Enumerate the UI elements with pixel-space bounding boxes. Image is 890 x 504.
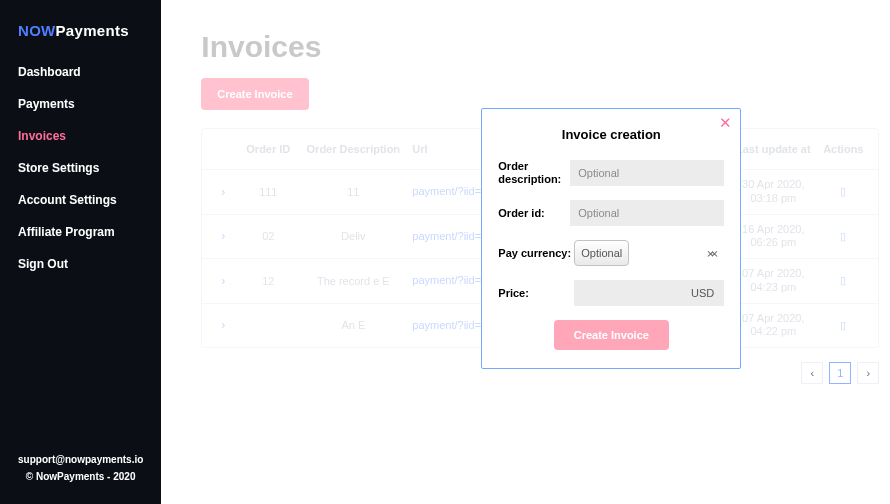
support-email[interactable]: support@nowpayments.io: [18, 454, 143, 465]
row-action[interactable]: ▯: [818, 230, 868, 243]
order-id-input[interactable]: [570, 200, 724, 226]
copyright: © NowPayments - 2020: [18, 471, 143, 482]
col-actions: Actions: [818, 143, 868, 155]
nav-account-settings[interactable]: Account Settings: [18, 193, 143, 207]
nav-store-settings[interactable]: Store Settings: [18, 161, 143, 175]
nav-sign-out[interactable]: Sign Out: [18, 257, 143, 271]
cell-order-id: 111: [238, 186, 298, 198]
page-next[interactable]: ›: [857, 362, 879, 384]
expand-icon[interactable]: ›: [208, 185, 238, 199]
price-input[interactable]: USD: [574, 280, 724, 306]
invoice-creation-modal: ✕ Invoice creation Order description: Or…: [481, 108, 741, 369]
main: Invoices Create Invoice Order ID Order D…: [161, 0, 890, 504]
col-updated: Last update at: [728, 143, 818, 155]
nav-dashboard[interactable]: Dashboard: [18, 65, 143, 79]
page-current[interactable]: 1: [829, 362, 851, 384]
cell-order-desc: The record e E: [298, 275, 408, 287]
sidebar: NOWPayments Dashboard Payments Invoices …: [0, 0, 161, 504]
nav: Dashboard Payments Invoices Store Settin…: [18, 65, 143, 271]
expand-icon[interactable]: ›: [208, 274, 238, 288]
order-description-input[interactable]: [570, 160, 724, 186]
row-action[interactable]: ▯: [818, 319, 868, 332]
page-title: Invoices: [201, 30, 879, 64]
cell-order-id: 02: [238, 230, 298, 242]
cell-order-desc: An E: [298, 319, 408, 331]
nav-payments[interactable]: Payments: [18, 97, 143, 111]
close-icon[interactable]: ✕: [719, 115, 732, 130]
page-prev[interactable]: ‹: [801, 362, 823, 384]
nav-invoices[interactable]: Invoices: [18, 129, 143, 143]
sidebar-footer: support@nowpayments.io © NowPayments - 2…: [18, 454, 143, 482]
brand-logo: NOWPayments: [18, 22, 143, 39]
brand-part-1: NOW: [18, 22, 56, 39]
row-action[interactable]: ▯: [818, 185, 868, 198]
col-order-id: Order ID: [238, 143, 298, 155]
brand-part-2: Payments: [56, 22, 129, 39]
expand-icon[interactable]: ›: [208, 229, 238, 243]
label-order-id: Order id:: [498, 207, 570, 220]
label-price: Price:: [498, 287, 574, 300]
cell-updated: 07 Apr 2020,04:23 pm: [728, 267, 818, 295]
modal-title: Invoice creation: [498, 127, 724, 142]
create-invoice-button[interactable]: Create Invoice: [201, 78, 308, 110]
expand-icon[interactable]: ›: [208, 318, 238, 332]
modal-create-invoice-button[interactable]: Create Invoice: [554, 320, 669, 350]
cell-updated: 16 Apr 2020,06:26 pm: [728, 223, 818, 251]
label-pay-currency: Pay currency:: [498, 247, 574, 260]
label-order-description: Order description:: [498, 160, 570, 186]
cell-order-desc: 11: [298, 186, 408, 198]
cell-updated: 07 Apr 2020,04:22 pm: [728, 312, 818, 340]
price-unit: USD: [691, 287, 714, 299]
row-action[interactable]: ▯: [818, 274, 868, 287]
col-order-desc: Order Description: [298, 143, 408, 155]
nav-affiliate[interactable]: Affiliate Program: [18, 225, 143, 239]
pay-currency-select[interactable]: Optional: [574, 240, 629, 266]
cell-order-id: 12: [238, 275, 298, 287]
cell-updated: 30 Apr 2020,03:18 pm: [728, 178, 818, 206]
cell-order-desc: Deliv: [298, 230, 408, 242]
